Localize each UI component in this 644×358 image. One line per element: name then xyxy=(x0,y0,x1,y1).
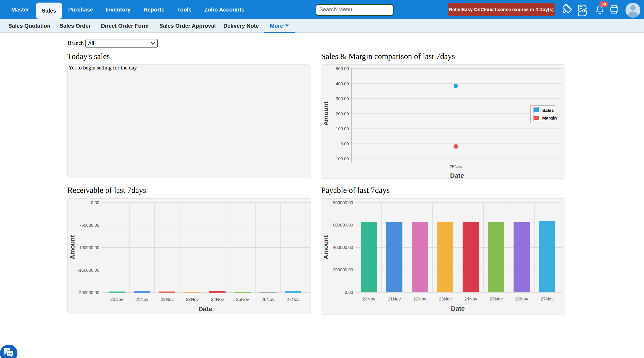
svg-text:20Nov: 20Nov xyxy=(110,297,123,302)
svg-text:25Nov: 25Nov xyxy=(450,164,462,169)
svg-text:0.00: 0.00 xyxy=(91,200,99,205)
svg-text:-50000.00: -50000.00 xyxy=(80,223,99,228)
svg-text:200000.00: 200000.00 xyxy=(333,267,353,272)
svg-text:22Nov: 22Nov xyxy=(161,297,174,302)
svg-text:23Nov: 23Nov xyxy=(439,296,452,301)
svg-text:-200000.00: -200000.00 xyxy=(78,290,99,295)
svg-text:27Nov: 27Nov xyxy=(541,296,554,301)
svg-text:24Nov: 24Nov xyxy=(211,297,224,302)
svg-text:Margin: Margin xyxy=(542,116,557,120)
svg-text:Date: Date xyxy=(198,305,212,312)
svg-text:-100000.00: -100000.00 xyxy=(78,245,99,250)
svg-text:Date: Date xyxy=(451,305,465,312)
svg-text:25Nov: 25Nov xyxy=(236,297,249,302)
svg-text:60: 60 xyxy=(602,2,606,7)
svg-text:-100.00: -100.00 xyxy=(334,156,349,161)
svg-text:22Nov: 22Nov xyxy=(413,296,426,301)
svg-text:26Nov: 26Nov xyxy=(515,296,528,301)
svg-text:800000.00: 800000.00 xyxy=(333,200,353,205)
svg-text:500.00: 500.00 xyxy=(336,66,349,71)
svg-text:20Nov: 20Nov xyxy=(362,296,375,301)
svg-text:400000.00: 400000.00 xyxy=(333,245,353,250)
svg-text:Amount: Amount xyxy=(322,101,329,126)
svg-text:400.00: 400.00 xyxy=(336,81,349,86)
svg-text:Amount: Amount xyxy=(69,235,76,259)
svg-text:Amount: Amount xyxy=(322,235,329,259)
svg-text:25Nov: 25Nov xyxy=(490,296,503,301)
svg-text:21Nov: 21Nov xyxy=(388,296,401,301)
svg-text:Date: Date xyxy=(450,172,464,179)
svg-text:0.00: 0.00 xyxy=(345,290,353,295)
svg-text:100.00: 100.00 xyxy=(336,126,349,131)
svg-text:0.00: 0.00 xyxy=(340,142,349,146)
svg-text:24Nov: 24Nov xyxy=(464,296,477,301)
svg-text:200.00: 200.00 xyxy=(336,111,349,116)
svg-text:600000.00: 600000.00 xyxy=(333,223,353,227)
svg-text:Sales: Sales xyxy=(542,108,554,113)
svg-text:-150000.00: -150000.00 xyxy=(78,268,99,272)
svg-text:21Nov: 21Nov xyxy=(136,297,148,302)
svg-text:26Nov: 26Nov xyxy=(262,297,274,302)
svg-text:27Nov: 27Nov xyxy=(287,297,300,302)
svg-text:300.00: 300.00 xyxy=(336,96,349,101)
svg-text:23Nov: 23Nov xyxy=(186,297,199,302)
